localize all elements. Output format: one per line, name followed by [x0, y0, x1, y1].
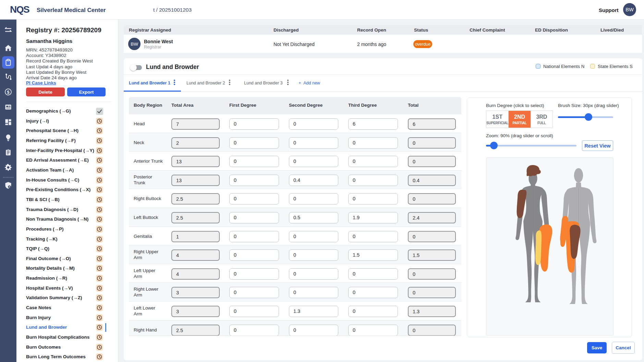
svg-text:$: $ — [7, 90, 10, 95]
